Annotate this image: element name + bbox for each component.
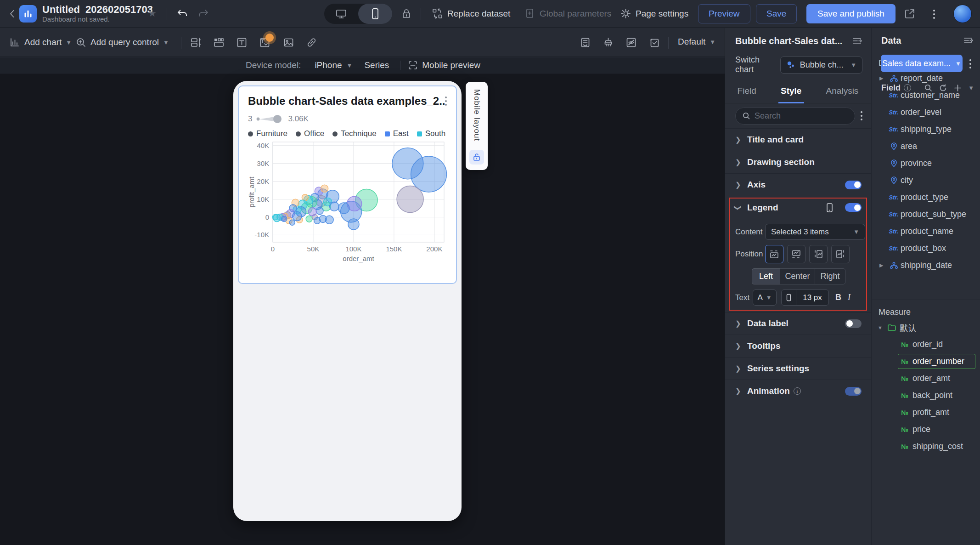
section-series-settings[interactable]: ❯ Series settings <box>725 357 871 380</box>
legend-item[interactable]: Furniture <box>248 129 287 138</box>
dimension-field-city[interactable]: city <box>872 172 980 189</box>
measure-field-order_id[interactable]: №order_id <box>872 336 980 353</box>
mobile-mode-button[interactable] <box>358 4 392 24</box>
legend-item[interactable]: South <box>417 129 445 138</box>
section-animation[interactable]: ❯ Animationi <box>725 380 871 402</box>
add-query-control-button[interactable]: Add query control ▼ <box>75 37 169 48</box>
save-button[interactable]: Save <box>756 4 797 23</box>
help-avatar[interactable] <box>953 5 972 23</box>
chevron-right-icon[interactable]: ▶ <box>879 262 883 268</box>
desktop-mode-button[interactable] <box>324 4 358 24</box>
global-parameters-button[interactable]: Global parameters <box>524 8 611 19</box>
chevron-right-icon[interactable]: ▶ <box>879 75 883 81</box>
dimension-field-province[interactable]: province <box>872 155 980 172</box>
device-series-button[interactable]: Series <box>364 60 389 70</box>
batch-select-icon[interactable] <box>648 37 660 48</box>
dimension-field-product_box[interactable]: Str.product_box <box>872 240 980 257</box>
dimension-field-product_type[interactable]: Str.product_type <box>872 189 980 206</box>
legend-align-left-button[interactable]: Left <box>752 268 780 284</box>
legend-position-top-button[interactable] <box>765 245 783 263</box>
bubble-chart-plot[interactable]: 050K100K150K200K-10K010K20K30K40Kprofit_… <box>248 138 449 263</box>
control-block-icon[interactable] <box>190 37 202 48</box>
font-color-button[interactable]: A ▼ <box>753 290 777 306</box>
bold-button[interactable]: B <box>835 293 841 302</box>
hide-element-icon[interactable] <box>625 37 637 48</box>
image-icon[interactable] <box>283 37 294 48</box>
dimension-field-report_date[interactable]: ▶report_date <box>872 70 980 87</box>
dimension-field-customer_name[interactable]: Str.customer_name <box>872 87 980 104</box>
measure-field-price[interactable]: №price <box>872 421 980 438</box>
mobile-preview-button[interactable]: Mobile preview <box>422 60 480 70</box>
tab-container-icon[interactable] <box>213 37 225 48</box>
notes-icon[interactable] <box>580 37 591 48</box>
italic-button[interactable]: I <box>848 293 850 302</box>
tab-field[interactable]: Field <box>738 79 756 103</box>
page-settings-button[interactable]: Page settings <box>620 8 688 19</box>
back-icon[interactable] <box>7 9 17 19</box>
more-options-icon[interactable] <box>933 10 935 19</box>
dimension-field-product_sub_type[interactable]: Str.product_sub_type <box>872 206 980 223</box>
section-drawing[interactable]: ❯ Drawing section <box>725 151 871 173</box>
redo-icon[interactable] <box>197 8 209 19</box>
save-and-publish-button[interactable]: Save and publish <box>806 4 896 23</box>
mobile-layout-tab[interactable]: Mobile layout <box>466 82 488 170</box>
legend-content-dropdown[interactable]: Selected 3 items ▼ <box>765 224 865 240</box>
legend-position-bottom-button[interactable] <box>787 245 805 263</box>
style-more-icon[interactable] <box>861 111 862 120</box>
dimension-field-shipping_date[interactable]: ▶shipping_date <box>872 257 980 274</box>
clear-canvas-icon[interactable] <box>603 37 614 48</box>
dimension-field-product_name[interactable]: Str.product_name <box>872 223 980 240</box>
share-icon[interactable] <box>904 8 916 20</box>
dimension-field-area[interactable]: area <box>872 138 980 155</box>
geo-field-icon <box>889 176 899 185</box>
text-block-icon[interactable] <box>236 37 248 48</box>
measure-folder[interactable]: ▼ 默认 <box>872 319 980 336</box>
theme-default-dropdown[interactable]: Default ▼ <box>678 37 715 47</box>
section-axis[interactable]: ❯ Axis <box>725 173 871 196</box>
tab-style[interactable]: Style <box>781 79 801 103</box>
legend-item[interactable]: East <box>385 129 409 138</box>
legend-align-center-button[interactable]: Center <box>780 268 815 284</box>
measure-field-shipping_cost[interactable]: №shipping_cost <box>872 438 980 455</box>
measure-field-back_point[interactable]: №back_point <box>872 387 980 404</box>
lock-icon[interactable] <box>400 8 412 20</box>
dataset-more-icon[interactable] <box>969 59 971 68</box>
collapse-panel-icon[interactable] <box>851 36 862 46</box>
legend-section-header[interactable]: ❯ Legend <box>725 196 871 219</box>
measure-field-order_number[interactable]: №order_number <box>872 353 980 370</box>
add-chart-button[interactable]: Add chart ▼ <box>9 37 72 48</box>
legend-position-right-button[interactable] <box>831 245 850 263</box>
chart-menu-icon[interactable] <box>445 97 447 106</box>
axis-toggle[interactable] <box>845 181 862 189</box>
section-title-and-card[interactable]: ❯ Title and card <box>725 128 871 151</box>
replace-dataset-button[interactable]: Replace dataset <box>432 8 510 19</box>
chevron-down-icon[interactable]: ▼ <box>347 62 353 69</box>
legend-align-right-button[interactable]: Right <box>815 268 845 284</box>
legend-toggle[interactable] <box>845 203 862 212</box>
rich-text-icon[interactable] <box>259 37 270 48</box>
section-data-label[interactable]: ❯ Data label <box>725 312 871 335</box>
string-field-icon: Str. <box>889 92 899 99</box>
chart-card[interactable]: Bubble chart-Sales data examples_2... 3 … <box>238 85 457 284</box>
favorite-star-icon[interactable]: ★ <box>148 8 157 19</box>
dimension-field-order_level[interactable]: Str.order_level <box>872 104 980 121</box>
preview-button[interactable]: Preview <box>698 4 750 23</box>
animation-toggle[interactable] <box>845 387 862 396</box>
font-size-input[interactable]: 13 px <box>781 290 829 306</box>
switch-chart-dropdown[interactable]: Bubble ch... ▼ <box>780 57 862 74</box>
measure-field-order_amt[interactable]: №order_amt <box>872 370 980 387</box>
legend-position-left-button[interactable] <box>809 245 828 263</box>
tab-analysis[interactable]: Analysis <box>826 79 859 103</box>
style-search-input[interactable]: Search <box>735 108 855 125</box>
device-model-value[interactable]: iPhone <box>315 60 342 70</box>
measure-field-profit_amt[interactable]: №profit_amt <box>872 404 980 421</box>
link-icon[interactable] <box>306 37 317 48</box>
legend-item[interactable]: Technique <box>332 129 377 138</box>
legend-item[interactable]: Office <box>296 129 324 138</box>
layout-lock-button[interactable] <box>469 150 484 165</box>
undo-icon[interactable] <box>176 8 188 19</box>
section-tooltips[interactable]: ❯ Tooltips <box>725 335 871 357</box>
dimension-field-shipping_type[interactable]: Str.shipping_type <box>872 121 980 138</box>
data-label-toggle[interactable] <box>845 319 862 328</box>
collapse-panel-icon[interactable] <box>963 35 974 45</box>
